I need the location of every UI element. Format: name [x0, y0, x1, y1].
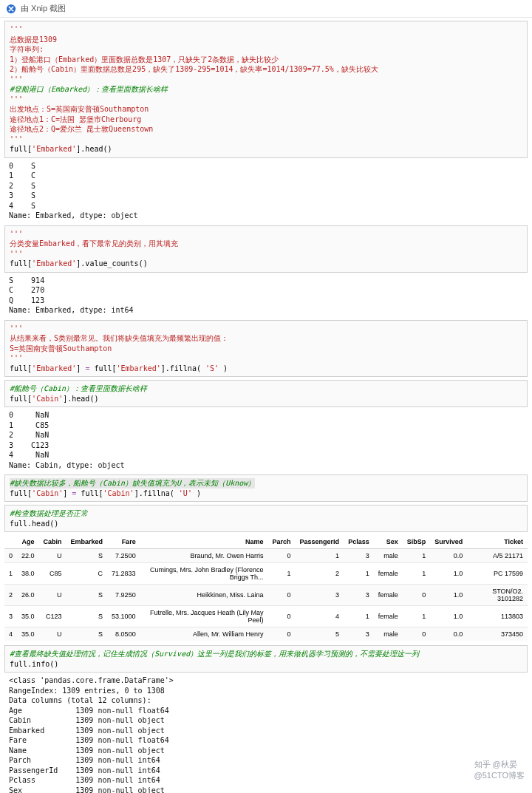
col-header: Parch [268, 535, 296, 549]
code-cell-5: #缺失数据比较多，船舱号（Cabin）缺失值填充为U，表示未知（Uknow） f… [4, 474, 528, 502]
table-row: 335.0C123S53.1000Futrelle, Mrs. Jacques … [4, 606, 528, 627]
table-row: 435.0US8.0500Allen, Mr. William Henry053… [4, 627, 528, 641]
col-header: Survived [430, 535, 467, 549]
window-title: 由 Xnip 截图 [21, 3, 66, 14]
table-row: 138.0C85C71.2833Cumings, Mrs. John Bradl… [4, 563, 528, 585]
col-header: PassengerId [296, 535, 344, 549]
output-2: S 914 C 270 Q 123 Name: Embarked, dtype:… [4, 274, 528, 317]
code-cell-7: #查看最终缺失值处理情况，记住生成情况（Survived）这里一列是我们的标签，… [4, 645, 528, 673]
code-cell-4: #船舱号（Cabin）：查看里面数据长啥样 full['Cabin'].head… [4, 380, 528, 407]
output-4: 0 NaN 1 C85 2 NaN 3 C123 4 NaN Name: Cab… [4, 409, 528, 472]
col-header: Embarked [66, 535, 108, 549]
col-header: Sex [374, 535, 403, 549]
watermark: 知乎 @秋晏 @51CTO博客 [474, 759, 525, 781]
app-xnip-icon [6, 4, 16, 14]
table-row: 226.0US7.9250Heikkinen, Miss. Laina033fe… [4, 585, 528, 606]
dataframe-table: AgeCabinEmbarkedFareNameParchPassengerId… [4, 535, 528, 641]
code-cell-3: ''' 从结果来看，S类别最常见。我们将缺失值填充为最频繁出现的值： S=英国南… [4, 320, 528, 378]
col-header: SibSp [403, 535, 431, 549]
col-header: Ticket [467, 535, 528, 549]
code-cell-2: ''' 分类变量Embarked，看下最常见的类别，用其填充 ''' full[… [4, 225, 528, 273]
col-header: Cabin [39, 535, 66, 549]
col-header: Age [17, 535, 39, 549]
table-row: 022.0US7.2500Braund, Mr. Owen Harris013m… [4, 549, 528, 563]
col-header: Name [140, 535, 268, 549]
col-header [4, 535, 17, 549]
col-header: Fare [107, 535, 140, 549]
code-cell-1: ''' 总数据是1309 字符串列: 1）登船港口（Embarked）里面数据总… [4, 21, 528, 158]
code-cell-6: #检查数据处理是否正常 full.head() [4, 505, 528, 532]
col-header: Pclass [344, 535, 374, 549]
output-1: 0 S 1 C 2 S 3 S 4 S Name: Embarked, dtyp… [4, 160, 528, 222]
output-7: <class 'pandas.core.frame.DataFrame'> Ra… [4, 674, 528, 793]
window-titlebar: 由 Xnip 截图 [0, 0, 532, 18]
